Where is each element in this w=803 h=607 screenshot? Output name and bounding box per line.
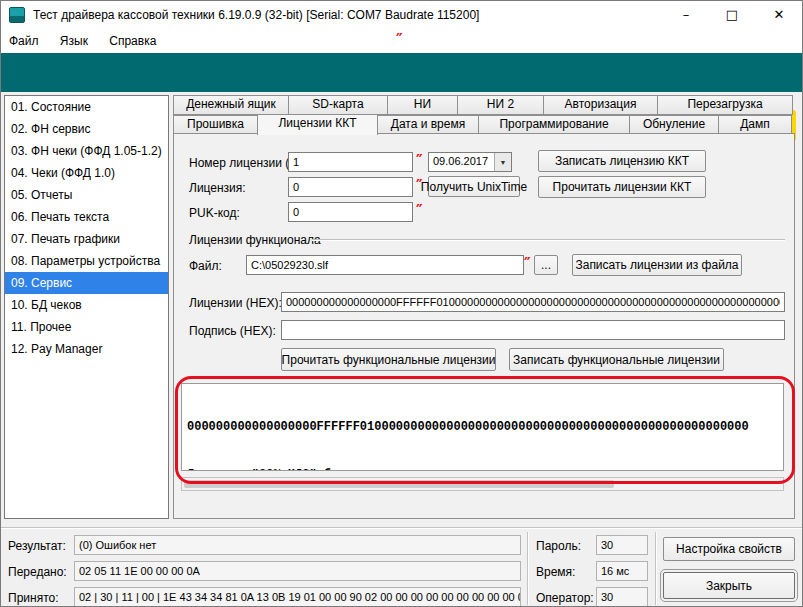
tab-reset[interactable]: Обнуление	[629, 115, 719, 134]
log-output: 000000000000000000FFFFFF0100000000000000…	[181, 383, 784, 471]
tab-row-1: Денежный ящик SD-карта НИ НИ 2 Авторизац…	[173, 95, 795, 115]
app-icon	[9, 7, 25, 23]
tab-firmware[interactable]: Прошивка	[173, 115, 258, 134]
puk-label: PUK-код:	[189, 206, 240, 220]
sidebar-item-checks[interactable]: 04. Чеки (ФФД 1.0)	[5, 162, 168, 184]
log-horizontal-scrollbar[interactable]	[181, 477, 784, 491]
sidebar-item-pay-manager[interactable]: 12. Pay Manager	[5, 338, 168, 360]
sidebar: 01. Состояние 02. ФН сервис 03. ФН чеки …	[4, 95, 169, 519]
functional-licenses-group-title: Лицензии функционала	[189, 233, 321, 247]
scrollbar-thumb[interactable]	[184, 480, 614, 488]
status-vertical-divider	[655, 532, 657, 605]
operator-label: Оператор:	[536, 591, 594, 605]
brand-banner: R2electro	[0, 53, 803, 92]
tab-cash-drawer[interactable]: Денежный ящик	[173, 95, 289, 115]
log-line: Лицензия "20% НДС":без ограничения	[187, 467, 778, 471]
date-value: 09.06.2017	[429, 153, 494, 171]
window-title: Тест драйвера кассовой техники 6.19.0.9 …	[33, 0, 479, 30]
signature-hex-label: Подпись (HEX):	[189, 324, 276, 338]
write-licenses-from-file-button[interactable]: Записать лицензии из файла	[572, 254, 742, 276]
sidebar-item-state[interactable]: 01. Состояние	[5, 96, 168, 118]
licenses-hex-input[interactable]	[281, 292, 785, 312]
status-divider	[0, 527, 803, 529]
close-app-button[interactable]: Закрыть	[663, 572, 795, 599]
sidebar-item-reports[interactable]: 05. Отчеты	[5, 184, 168, 206]
sidebar-item-print-graphics[interactable]: 07. Печать графики	[5, 228, 168, 250]
close-icon[interactable]: ✕	[755, 0, 803, 30]
tab-dump[interactable]: Дамп	[718, 115, 792, 134]
tab-reboot[interactable]: Перезагрузка	[657, 95, 793, 115]
received-value: 02 | 30 | 11 | 00 | 1E 43 34 34 81 0A 13…	[74, 587, 521, 607]
time-label: Время:	[536, 565, 575, 579]
status-vertical-divider	[527, 532, 529, 605]
sidebar-item-device-params[interactable]: 08. Параметры устройства	[5, 250, 168, 272]
tab-kkt-licenses[interactable]: Лицензии ККТ	[257, 114, 378, 135]
maximize-button[interactable]: □	[709, 0, 755, 30]
properties-button[interactable]: Настройка свойств	[663, 537, 795, 561]
licenses-hex-label: Лицензии (HEX):	[189, 296, 282, 310]
browse-file-button[interactable]: ...	[534, 255, 558, 275]
license-label: Лицензия:	[189, 181, 246, 195]
sent-value: 02 05 11 1E 00 00 00 0A	[74, 561, 521, 581]
operator-field[interactable]: 30	[596, 587, 648, 607]
sidebar-item-receipts-db[interactable]: 10. БД чеков	[5, 294, 168, 316]
log-line: 000000000000000000FFFFFF0100000000000000…	[187, 419, 778, 435]
menu-help[interactable]: Справка	[100, 30, 165, 53]
get-unixtime-button[interactable]: Получить UnixTime	[428, 176, 520, 197]
result-value: (0) Ошибок нет	[74, 535, 521, 555]
minimize-button[interactable]: –	[663, 0, 709, 30]
tab-ni[interactable]: НИ	[387, 95, 458, 115]
date-picker[interactable]: 09.06.2017 ▼	[428, 152, 512, 172]
chevron-down-icon[interactable]: ▼	[494, 153, 511, 171]
write-functional-licenses-button[interactable]: Записать функциональные лицензии	[509, 348, 724, 371]
file-path-input[interactable]	[246, 255, 524, 275]
menu-language[interactable]: Язык	[51, 30, 97, 53]
sidebar-item-other[interactable]: 11. Прочее	[5, 316, 168, 338]
sidebar-item-fn-service[interactable]: 02. ФН сервис	[5, 118, 168, 140]
title-bar: Тест драйвера кассовой техники 6.19.0.9 …	[0, 0, 803, 30]
tab-ni2[interactable]: НИ 2	[457, 95, 544, 115]
received-label: Принято:	[8, 591, 59, 605]
signature-hex-input[interactable]	[281, 320, 785, 340]
sidebar-item-service[interactable]: 09. Сервис	[5, 272, 168, 294]
result-label: Результат:	[8, 539, 66, 553]
license-input[interactable]	[288, 177, 413, 197]
sidebar-item-print-text[interactable]: 06. Печать текста	[5, 206, 168, 228]
tab-date-time[interactable]: Дата и время	[377, 115, 479, 134]
sent-label: Передано:	[8, 565, 67, 579]
read-kkt-licenses-button[interactable]: Прочитать лицензии ККТ	[538, 176, 706, 198]
group-divider	[312, 239, 785, 241]
read-functional-licenses-button[interactable]: Прочитать функциональные лицензии	[281, 348, 496, 371]
password-field[interactable]: 30	[596, 535, 648, 555]
time-field: 16 мс	[596, 561, 648, 581]
puk-input[interactable]	[288, 202, 413, 222]
sidebar-item-fn-checks[interactable]: 03. ФН чеки (ФФД 1.05-1.2)	[5, 140, 168, 162]
password-label: Пароль:	[536, 539, 581, 553]
tab-row-2: Прошивка Лицензии ККТ Дата и время Прогр…	[173, 115, 795, 134]
file-label: Файл:	[189, 259, 222, 273]
tab-programming[interactable]: Программирование	[478, 115, 630, 134]
write-kkt-license-button[interactable]: Записать лицензию ККТ	[538, 150, 706, 172]
tab-sd-card[interactable]: SD-карта	[288, 95, 388, 115]
license-number-input[interactable]	[288, 152, 413, 172]
menu-file[interactable]: Файл	[0, 30, 48, 53]
tab-authorization[interactable]: Авторизация	[543, 95, 658, 115]
menu-bar: Файл Язык Справка	[0, 30, 803, 53]
